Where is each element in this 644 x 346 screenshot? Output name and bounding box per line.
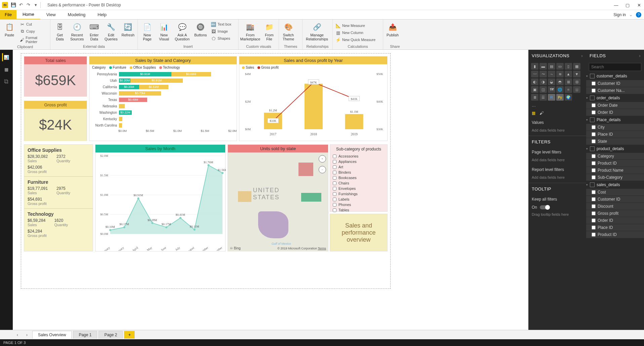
edit-queries-button[interactable]: 🔧Edit Queries bbox=[103, 21, 119, 42]
slicer-subcategory[interactable]: Sub-category of products Accessories App… bbox=[330, 144, 388, 212]
format-painter-button[interactable]: 🖌Format Painter bbox=[18, 35, 49, 44]
viz-type-icon[interactable]: 〜 bbox=[539, 71, 547, 77]
field-item[interactable]: Product Name bbox=[586, 167, 644, 174]
slicer-item[interactable]: Appliances bbox=[330, 159, 387, 164]
page-prev-icon[interactable]: ‹ bbox=[13, 331, 22, 339]
undo-icon[interactable]: ↶ bbox=[18, 2, 24, 8]
viz-type-icon[interactable]: ≣ bbox=[531, 94, 538, 101]
cut-button[interactable]: ✂Cut bbox=[18, 21, 49, 28]
viz-type-icon[interactable]: ▼ bbox=[573, 71, 580, 77]
report-filters-hint[interactable]: Add data fields here bbox=[528, 174, 586, 183]
field-table-header[interactable]: sales_details bbox=[586, 181, 644, 188]
new-quick-measure-button[interactable]: ⚡New Quick Measure bbox=[334, 36, 377, 43]
new-page-button[interactable]: 📄New Page bbox=[139, 21, 155, 42]
report-canvas[interactable]: Total sales $659K Gross profit $24K Sale… bbox=[21, 53, 391, 289]
viz-type-icon[interactable]: R bbox=[548, 94, 555, 101]
refresh-button[interactable]: 🔄Refresh bbox=[120, 21, 136, 38]
paste-button[interactable]: 📋Paste bbox=[1, 21, 17, 38]
field-item[interactable]: Order ID bbox=[586, 109, 644, 116]
chevron-right-icon[interactable]: › bbox=[639, 53, 641, 58]
viz-type-icon[interactable]: ▮ bbox=[531, 63, 538, 70]
field-table-header[interactable]: customer_details bbox=[586, 72, 644, 80]
slicer-item[interactable]: Phones bbox=[330, 202, 387, 207]
page-tab-1[interactable]: Page 1 bbox=[73, 331, 97, 339]
manage-relationships-button[interactable]: 🔗Manage Relationships bbox=[304, 21, 330, 42]
viz-type-icon[interactable]: ◐ bbox=[531, 78, 538, 85]
slicer-item[interactable]: Binders bbox=[330, 170, 387, 175]
new-visual-button[interactable]: 📊New Visual bbox=[156, 21, 172, 42]
card-total-sales[interactable]: Total sales $659K bbox=[24, 56, 87, 97]
recent-sources-button[interactable]: 🕘Recent Sources bbox=[69, 21, 85, 42]
field-item[interactable]: State bbox=[586, 138, 644, 145]
page-next-icon[interactable]: › bbox=[23, 331, 31, 339]
tab-help[interactable]: Help bbox=[91, 10, 113, 20]
card-gross-profit[interactable]: Gross profit $24K bbox=[24, 101, 87, 141]
viz-type-icon[interactable]: ▣ bbox=[531, 86, 538, 93]
tab-view[interactable]: View bbox=[40, 10, 62, 20]
chevron-right-icon[interactable]: › bbox=[581, 53, 583, 58]
viz-type-icon[interactable]: ⊞ bbox=[565, 78, 572, 85]
minimize-icon[interactable]: — bbox=[613, 3, 619, 8]
field-item[interactable]: Product ID bbox=[586, 160, 644, 167]
viz-type-icon[interactable]: 〰 bbox=[531, 71, 538, 77]
chart-sales-by-month[interactable]: Sales by Month $0.0M$0.5M$1.0M$1.5M$2.0M… bbox=[95, 144, 226, 251]
field-item[interactable]: Category bbox=[586, 153, 644, 160]
tab-modeling[interactable]: Modeling bbox=[62, 10, 92, 20]
textbox-button[interactable]: 🔤Text box bbox=[209, 21, 233, 28]
chart-sales-gp-year[interactable]: Sales and Gross profit by Year Sales Gro… bbox=[239, 56, 388, 141]
image-button[interactable]: 🖼Image bbox=[209, 28, 233, 35]
viz-type-icon[interactable]: ⌸ bbox=[573, 86, 580, 93]
map-canvas[interactable]: UNITED STATES + − ♾ Bing © 2019 Microsof… bbox=[228, 152, 328, 251]
viz-type-icon[interactable]: ▭ bbox=[556, 63, 564, 70]
from-file-button[interactable]: 📁From File bbox=[261, 21, 277, 42]
viz-type-icon[interactable]: ◓ bbox=[556, 78, 564, 85]
publish-button[interactable]: 📤Publish bbox=[385, 21, 401, 38]
field-item[interactable]: Customer ID bbox=[586, 80, 644, 87]
switch-theme-button[interactable]: 🎨Switch Theme bbox=[280, 21, 296, 42]
zoom-out-icon[interactable]: − bbox=[319, 166, 326, 173]
viz-type-icon[interactable]: 🌐 bbox=[556, 86, 564, 93]
fields-search-input[interactable] bbox=[589, 63, 641, 71]
buttons-button[interactable]: 🔘Buttons bbox=[192, 21, 209, 38]
page-filters-hint[interactable]: Add data fields here bbox=[528, 157, 586, 165]
viz-type-icon[interactable]: ≋ bbox=[556, 71, 564, 77]
enter-data-button[interactable]: ⌨Enter Data bbox=[86, 21, 102, 42]
page-add-button[interactable]: + bbox=[124, 331, 135, 339]
field-item[interactable]: Customer ID bbox=[586, 196, 644, 203]
redo-icon[interactable]: ↷ bbox=[26, 2, 31, 8]
sign-in-link[interactable]: Sign in bbox=[613, 12, 626, 17]
viz-type-icon[interactable]: ▯ bbox=[565, 63, 572, 70]
viz-type-icon[interactable]: ◒ bbox=[548, 78, 555, 85]
file-menu[interactable]: File bbox=[0, 10, 16, 20]
field-table-header[interactable]: order_details bbox=[586, 94, 644, 102]
new-column-button[interactable]: ▥New Column bbox=[334, 29, 377, 36]
viz-type-icon[interactable]: ◫ bbox=[539, 86, 547, 93]
viz-type-icon[interactable]: ▦ bbox=[573, 63, 580, 70]
canvas-area[interactable]: Total sales $659K Gross profit $24K Sale… bbox=[13, 50, 528, 330]
chart-sales-by-state[interactable]: Sales by State and Category Category Fur… bbox=[89, 56, 237, 141]
field-item[interactable]: Discount bbox=[586, 203, 644, 210]
viz-type-icon[interactable]: ⏦ bbox=[548, 71, 555, 77]
viz-type-icon[interactable]: ☰ bbox=[539, 94, 547, 101]
get-data-button[interactable]: 🗄Get Data bbox=[52, 21, 68, 42]
field-item[interactable]: Place ID bbox=[586, 224, 644, 231]
field-item[interactable]: Place ID bbox=[586, 131, 644, 138]
format-well-icon[interactable]: 🖌 bbox=[539, 111, 544, 115]
viz-type-icon[interactable]: ⌗ bbox=[565, 86, 572, 93]
slicer-item[interactable]: Accessories bbox=[330, 153, 387, 159]
ask-question-button[interactable]: 💬Ask A Question bbox=[173, 21, 192, 42]
field-item[interactable]: Cost bbox=[586, 189, 644, 196]
viz-type-icon[interactable]: ▲ bbox=[565, 71, 572, 77]
copy-button[interactable]: ⧉Copy bbox=[18, 28, 49, 35]
field-item[interactable]: Order Date bbox=[586, 102, 644, 109]
slicer-item[interactable]: Chairs bbox=[330, 180, 387, 186]
report-view-icon[interactable]: 📊 bbox=[2, 53, 10, 61]
tab-home[interactable]: Home bbox=[16, 10, 40, 20]
data-view-icon[interactable]: ▦ bbox=[2, 65, 10, 73]
field-item[interactable]: Order ID bbox=[586, 217, 644, 224]
fields-well-icon[interactable]: ▦ bbox=[532, 111, 535, 115]
from-marketplace-button[interactable]: 🏬From Marketplace bbox=[240, 21, 260, 42]
viz-type-icon[interactable]: ▬ bbox=[539, 63, 547, 70]
help-icon[interactable]: ? bbox=[636, 12, 641, 18]
tooltip-hint[interactable]: Drag tooltip fields here bbox=[528, 211, 586, 220]
